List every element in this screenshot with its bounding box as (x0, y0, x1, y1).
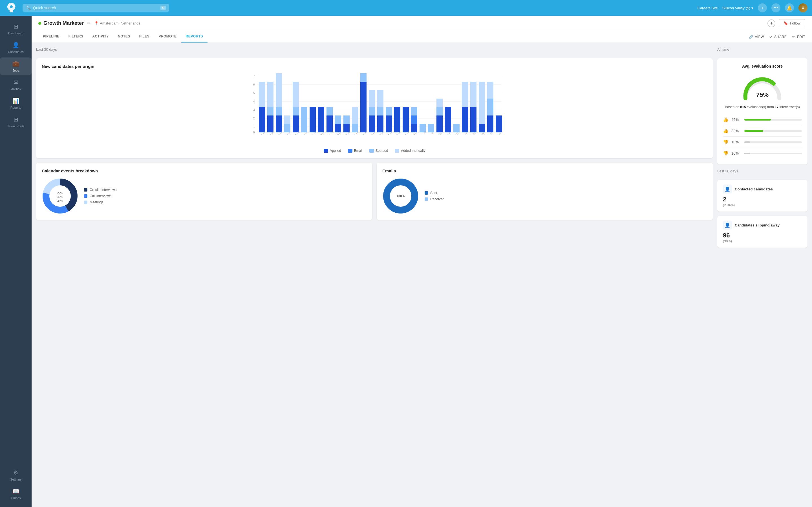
eval-title: Avg. evaluation score (723, 64, 802, 68)
sidebar-item-mailbox[interactable]: ✉ Mailbox (0, 76, 32, 94)
slipping-card: 👤 Candidates slipping away 96 (98%) (717, 216, 808, 247)
reports-main: Last 30 days New candidates per origin 7… (36, 47, 713, 503)
svg-text:5: 5 (253, 92, 255, 95)
svg-rect-24 (276, 115, 282, 132)
jobs-icon: 💼 (12, 60, 19, 67)
eval-bars: 👍 46% 👍 33% (723, 114, 802, 159)
eval-bar-strongly-negative: 👎 10% (723, 148, 802, 159)
location-icon: 📍 (94, 21, 99, 25)
svg-rect-44 (360, 73, 366, 82)
svg-text:4: 4 (253, 100, 255, 103)
company-count: (5) (746, 6, 750, 10)
legend-applied: Applied (324, 149, 341, 153)
search-input[interactable] (33, 6, 158, 10)
sidebar-item-guides[interactable]: 📖 Guides (0, 485, 32, 503)
eval-track-1 (744, 119, 802, 121)
svg-rect-60 (437, 115, 443, 132)
call-label: Call interviews (90, 194, 111, 198)
svg-rect-53 (394, 107, 400, 132)
legend-sourced: Sourced (369, 149, 388, 153)
add-job-button[interactable]: + (767, 19, 775, 27)
svg-rect-31 (293, 82, 299, 107)
dashboard-icon: ⊞ (13, 23, 18, 30)
careers-site-link[interactable]: Careers Site (698, 6, 718, 10)
applied-label: Applied (330, 149, 341, 153)
sidebar-item-jobs[interactable]: 💼 Jobs (0, 57, 32, 75)
svg-rect-22 (267, 107, 273, 115)
tab-notes[interactable]: NOTES (113, 31, 135, 43)
svg-rect-40 (343, 115, 350, 124)
tab-filters[interactable]: FILTERS (64, 31, 88, 43)
svg-rect-56 (411, 115, 417, 124)
svg-rect-70 (479, 82, 485, 124)
sidebar-item-reports[interactable]: 📊 Reports (0, 95, 32, 112)
contacted-icon: 👤 (723, 184, 732, 193)
reports-sidebar: All time Avg. evaluation score 75% (717, 47, 808, 503)
tab-files[interactable]: FILES (135, 31, 154, 43)
logo[interactable] (4, 2, 18, 13)
eval-bar-negative: 👎 10% (723, 136, 802, 148)
avatar[interactable]: U (799, 3, 808, 12)
legend-onsite: On-site interviews (84, 188, 116, 192)
onsite-color (84, 188, 87, 191)
chart-legend: Applied Email Sourced Added manuall (42, 149, 707, 153)
follow-button[interactable]: 🔖 Follow (779, 19, 805, 27)
bottom-row: Calendar events breakdown (36, 163, 713, 220)
tab-activity[interactable]: ACTIVITY (88, 31, 113, 43)
talent-pools-icon: ⊞ (13, 116, 18, 123)
eval-bar-strongly-positive: 👍 46% (723, 114, 802, 125)
email-label: Email (354, 149, 363, 153)
eval-bar-positive: 👍 33% (723, 125, 802, 136)
eval-track-4 (744, 153, 802, 154)
sidebar-item-candidates[interactable]: 👤 Candidates (0, 39, 32, 56)
edit-button[interactable]: ✏ EDIT (792, 35, 805, 39)
share-button[interactable]: ↗ SHARE (770, 35, 786, 39)
settings-icon: ⚙ (13, 469, 18, 476)
eval-pct-10a: 10% (731, 140, 742, 144)
added-color (395, 149, 399, 153)
sidebar-item-dashboard[interactable]: ⊞ Dashboard (0, 20, 32, 38)
legend-meetings: Meetings (84, 200, 116, 204)
svg-rect-68 (470, 82, 476, 107)
svg-rect-28 (284, 115, 290, 124)
sidebar-label-talent-pools: Talent Pools (7, 124, 24, 128)
tab-promote[interactable]: PROMOTE (154, 31, 181, 43)
added-label: Added manually (401, 149, 425, 153)
chevron-down-icon: ▾ (751, 6, 753, 10)
svg-rect-33 (310, 107, 316, 132)
edit-icon: ✏ (792, 35, 795, 39)
svg-rect-30 (293, 107, 299, 115)
company-selector[interactable]: Sillicon Valley (5) ▾ (722, 6, 753, 10)
svg-rect-42 (352, 107, 358, 124)
sidebar-label-reports: Reports (10, 106, 21, 109)
candidates-origin-card: New candidates per origin 7 6 5 4 3 2 1 … (36, 58, 713, 158)
view-button[interactable]: 🔗 VIEW (749, 35, 764, 39)
notification-bell-icon[interactable]: 🔔 (785, 3, 794, 12)
eval-track-3 (744, 142, 802, 143)
contacted-card: 👤 Contacted candidates 2 (2.04%) (717, 180, 808, 212)
emails-donut-content: 100% Sent Received (382, 178, 707, 214)
search-bar[interactable]: 🔍 S (22, 4, 169, 12)
svg-text:2: 2 (253, 117, 255, 120)
activity-icon[interactable]: 〜 (771, 3, 780, 12)
chart-title: New candidates per origin (42, 64, 707, 69)
svg-rect-29 (293, 115, 299, 132)
tab-reports[interactable]: REPORTS (181, 31, 208, 43)
sidebar-item-settings[interactable]: ⚙ Settings (0, 466, 32, 484)
svg-rect-20 (259, 82, 265, 107)
svg-rect-73 (487, 82, 493, 99)
svg-rect-63 (445, 107, 451, 132)
eval-pct-46: 46% (731, 117, 742, 122)
svg-rect-57 (411, 107, 417, 115)
tab-pipeline[interactable]: PIPELINE (38, 31, 64, 43)
sidebar-item-talent-pools[interactable]: ⊞ Talent Pools (0, 113, 32, 131)
add-button[interactable]: ＋ (758, 3, 767, 12)
sidebar-label-jobs: Jobs (12, 69, 19, 72)
svg-text:22%: 22% (57, 191, 63, 194)
kbd-shortcut: S (160, 6, 166, 10)
tab-actions: 🔗 VIEW ↗ SHARE ✏ EDIT (749, 35, 805, 39)
link-icon: 🔗 (749, 35, 753, 39)
svg-rect-34 (318, 107, 324, 132)
calendar-title: Calendar events breakdown (42, 168, 366, 173)
svg-rect-64 (453, 124, 460, 132)
